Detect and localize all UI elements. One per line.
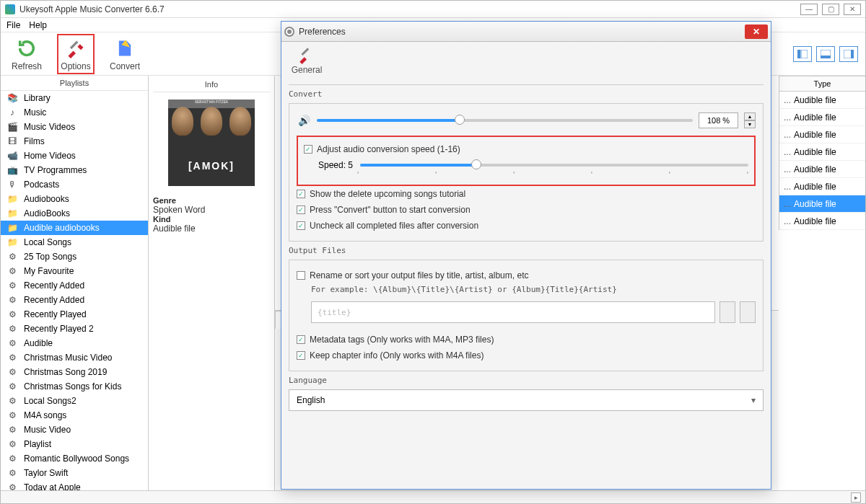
speed-slider[interactable] (360, 164, 748, 167)
sidebar-item[interactable]: ⚙Audible (1, 336, 148, 350)
rename-checkbox[interactable] (297, 271, 305, 280)
sidebar-item-label: Christmas Music Video (24, 353, 112, 363)
sidebar-item-icon: ⚙ (6, 352, 18, 363)
type-row[interactable]: ...Audible file (779, 178, 865, 195)
sidebar-item[interactable]: ⚙Taylor Swift (1, 466, 148, 480)
sidebar-item[interactable]: ⚙Playlist (1, 437, 148, 451)
type-row[interactable]: ...Audible file (779, 126, 865, 143)
adjust-speed-checkbox[interactable] (304, 145, 312, 154)
type-row[interactable]: ...Audible file (779, 109, 865, 126)
sidebar-item[interactable]: ⚙Today at Apple (1, 480, 148, 490)
sidebar-item[interactable]: ⚙Local Songs2 (1, 394, 148, 408)
sidebar-item-label: Today at Apple (24, 482, 81, 490)
speed-value-label: Speed: 5 (318, 160, 353, 170)
sidebar-item[interactable]: 📁Audible audiobooks (1, 221, 148, 235)
sidebar-item[interactable]: ⚙Recently Added (1, 278, 148, 293)
type-row[interactable]: ...Audible file (779, 92, 865, 109)
sidebar-item-icon: ⚙ (6, 294, 18, 306)
sidebar-item[interactable]: ⚙Recently Added (1, 293, 148, 307)
type-row[interactable]: ...Audible file (779, 161, 865, 178)
sidebar-item[interactable]: 📺TV Programmes (1, 163, 148, 177)
type-row[interactable]: ...Audible file (779, 213, 865, 230)
sidebar-item[interactable]: 📚Library (1, 91, 148, 105)
layout-icon-1[interactable] (793, 46, 812, 62)
sidebar-item-icon: 📚 (6, 92, 18, 104)
sidebar-item[interactable]: 🎞Films (1, 134, 148, 149)
sidebar-item[interactable]: ⚙Recently Played (1, 307, 148, 322)
window-title: Ukeysoft Apple Music Converter 6.6.7 (19, 4, 800, 14)
sidebar-item-label: Local Songs (24, 237, 71, 247)
sidebar-item[interactable]: ⚙Christmas Songs for Kids (1, 379, 148, 394)
volume-value[interactable]: 108 % (699, 112, 738, 128)
sidebar-item[interactable]: ♪Music (1, 105, 148, 120)
sidebar-item[interactable]: 📁AudioBooks (1, 206, 148, 221)
sidebar-item-icon: ♪ (6, 107, 18, 118)
maximize-button[interactable]: ▢ (822, 4, 839, 15)
layout-icon-3[interactable] (839, 46, 858, 62)
options-button[interactable]: Options (57, 34, 95, 74)
sidebar-item-label: Home Videos (24, 151, 76, 161)
type-row[interactable]: ...Audible file (779, 195, 865, 213)
sidebar-item-icon: ⚙ (6, 453, 18, 464)
statusbar: ▸ (1, 490, 865, 503)
sidebar: Playlists 📚Library♪Music🎬Music Videos🎞Fi… (1, 76, 149, 490)
refresh-label: Refresh (12, 61, 42, 71)
type-column: Type ...Audible file...Audible file...Au… (779, 76, 865, 230)
sidebar-item[interactable]: ⚙Music Video (1, 423, 148, 437)
prefs-general-tab[interactable]: General (289, 45, 325, 75)
refresh-button[interactable]: Refresh (8, 37, 45, 71)
show-delete-tutorial-checkbox[interactable] (297, 190, 305, 198)
sidebar-item[interactable]: 📁Local Songs (1, 235, 148, 249)
press-convert-checkbox[interactable] (297, 205, 305, 214)
volume-spinner[interactable]: ▲▼ (744, 112, 756, 128)
preferences-gear-icon (284, 27, 294, 37)
sidebar-item-label: Taylor Swift (24, 468, 68, 478)
rename-remove-button[interactable] (740, 301, 756, 323)
sidebar-item-icon: 📁 (6, 208, 18, 219)
volume-slider[interactable] (317, 119, 693, 122)
sidebar-item[interactable]: ⚙Christmas Music Video (1, 350, 148, 365)
prefs-general-icon (297, 45, 317, 65)
sidebar-item-icon: ⚙ (6, 482, 18, 490)
sidebar-item[interactable]: 📁Audiobooks (1, 192, 148, 206)
sidebar-item[interactable]: ⚙Recently Played 2 (1, 322, 148, 336)
close-button[interactable]: ✕ (844, 4, 861, 15)
sidebar-item[interactable]: 🎬Music Videos (1, 120, 148, 134)
sidebar-item-icon: ⚙ (6, 251, 18, 262)
scroll-right-icon[interactable]: ▸ (851, 492, 861, 503)
sidebar-item-icon: ⚙ (6, 280, 18, 291)
sidebar-item-label: AudioBooks (24, 208, 70, 218)
rename-add-button[interactable] (720, 301, 735, 323)
sidebar-item[interactable]: ⚙M4A songs (1, 408, 148, 423)
convert-section-label: Convert (289, 89, 764, 99)
sidebar-item-icon: 🎙 (6, 179, 18, 190)
sidebar-item-label: Local Songs2 (24, 396, 76, 406)
sidebar-list[interactable]: 📚Library♪Music🎬Music Videos🎞Films📹Home V… (1, 91, 148, 490)
sidebar-item-icon: ⚙ (6, 424, 18, 436)
sidebar-item-icon: ⚙ (6, 381, 18, 392)
sidebar-item-label: Music Videos (24, 122, 75, 132)
convert-button[interactable]: Convert (106, 37, 144, 71)
sidebar-item[interactable]: ⚙Christmas Song 2019 (1, 365, 148, 379)
minimize-button[interactable]: — (800, 4, 818, 15)
sidebar-item[interactable]: 📹Home Videos (1, 149, 148, 163)
preferences-dialog: Preferences ✕ General Convert 🔊 108 % ▲▼ (281, 21, 771, 490)
rename-pattern-input[interactable]: {title} (311, 301, 715, 323)
sidebar-item[interactable]: ⚙25 Top Songs (1, 249, 148, 264)
menu-file[interactable]: File (6, 20, 20, 30)
uncheck-completed-checkbox[interactable] (297, 221, 305, 230)
language-dropdown[interactable]: English (289, 389, 764, 411)
sidebar-item[interactable]: ⚙Romantic Bollywood Songs (1, 451, 148, 466)
type-header[interactable]: Type (779, 76, 865, 92)
keep-chapter-checkbox[interactable] (297, 351, 305, 360)
type-row[interactable]: ...Audible file (779, 143, 865, 161)
sidebar-item[interactable]: ⚙My Favourite (1, 264, 148, 278)
preferences-close-button[interactable]: ✕ (745, 25, 768, 39)
layout-icon-2[interactable] (816, 46, 835, 62)
sidebar-item-icon: ⚙ (6, 395, 18, 407)
sidebar-item[interactable]: 🎙Podcasts (1, 177, 148, 192)
metadata-tags-checkbox[interactable] (297, 335, 305, 344)
speed-adjust-box: Adjust audio conversion speed (1-16) Spe… (297, 136, 756, 186)
sidebar-item-label: Christmas Song 2019 (24, 367, 107, 377)
menu-help[interactable]: Help (29, 20, 47, 30)
